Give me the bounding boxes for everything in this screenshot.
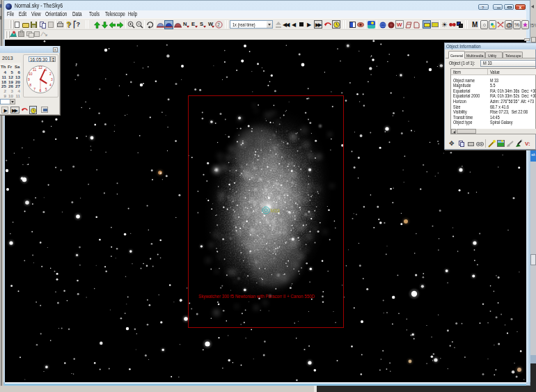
svg-text:2: 2	[217, 22, 220, 27]
svg-text:11: 11	[33, 68, 36, 72]
svg-text:Skywatcher 300 f5 Newtonian wi: Skywatcher 300 f5 Newtonian with Paracor…	[198, 294, 315, 299]
svg-text:9: 9	[28, 77, 30, 81]
svg-text:3: 3	[51, 77, 53, 81]
svg-text:M33: M33	[271, 208, 280, 213]
svg-text:7: 7	[33, 87, 36, 91]
svg-text:2: 2	[49, 72, 52, 76]
svg-text:8: 8	[29, 83, 31, 87]
svg-text:4: 4	[49, 83, 52, 87]
svg-text:1: 1	[45, 68, 47, 72]
svg-text:5: 5	[45, 87, 47, 91]
svg-text:10: 10	[29, 72, 33, 76]
svg-text:12: 12	[38, 65, 42, 70]
